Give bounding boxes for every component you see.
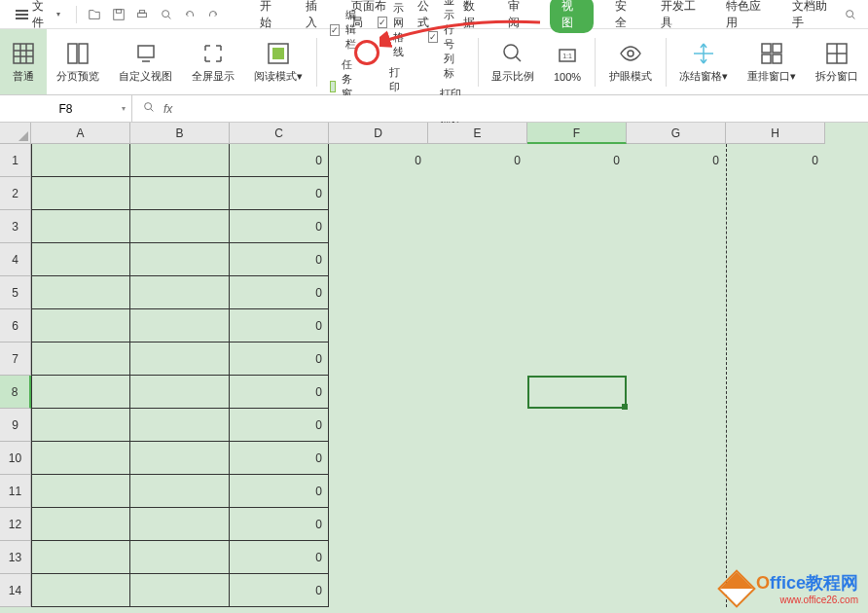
cell-F9[interactable] xyxy=(527,409,627,442)
cell-B10[interactable] xyxy=(130,442,230,475)
cell-F11[interactable] xyxy=(527,475,627,508)
cell-B3[interactable] xyxy=(130,210,230,243)
file-menu[interactable]: 文件 ▾ xyxy=(8,0,68,33)
col-header-C[interactable]: C xyxy=(230,123,329,144)
cell-B12[interactable] xyxy=(130,508,230,541)
cell-G13[interactable] xyxy=(627,541,726,574)
cell-G10[interactable] xyxy=(627,442,726,475)
cell-F6[interactable] xyxy=(527,309,627,343)
cell-F4[interactable] xyxy=(527,243,627,276)
page-break-preview-button[interactable]: 分页预览 xyxy=(47,29,109,94)
eye-care-button[interactable]: 护眼模式 xyxy=(599,29,662,94)
cell-B4[interactable] xyxy=(130,243,230,276)
cell-D1[interactable]: 0 xyxy=(329,144,428,177)
formula-bar-checkbox[interactable]: 编辑栏 xyxy=(330,8,358,52)
cell-D9[interactable] xyxy=(329,409,428,442)
cell-H3[interactable] xyxy=(726,210,825,243)
cell-C11[interactable]: 0 xyxy=(230,475,329,508)
cell-F1[interactable]: 0 xyxy=(527,144,627,177)
cell-F14[interactable] xyxy=(527,574,627,607)
cell-A11[interactable] xyxy=(31,475,130,508)
formula-input[interactable] xyxy=(182,95,868,122)
cell-A10[interactable] xyxy=(31,442,130,475)
undo-icon[interactable] xyxy=(180,4,199,25)
cell-H7[interactable] xyxy=(726,343,825,376)
print-preview-icon[interactable] xyxy=(156,4,175,25)
tab-dev-tools[interactable]: 开发工具 xyxy=(657,0,705,33)
cell-B8[interactable] xyxy=(130,376,230,409)
rearrange-button[interactable]: 重排窗口▾ xyxy=(738,29,806,94)
cell-H6[interactable] xyxy=(726,309,825,343)
cell-E5[interactable] xyxy=(428,276,527,309)
redo-icon[interactable] xyxy=(203,4,223,25)
cell-D5[interactable] xyxy=(329,276,428,309)
cell-C14[interactable]: 0 xyxy=(230,574,329,607)
fx-icon[interactable]: fx xyxy=(163,102,172,116)
cell-B6[interactable] xyxy=(130,309,230,343)
cell-D10[interactable] xyxy=(329,442,428,475)
cell-B5[interactable] xyxy=(130,276,230,309)
tab-doc-helper[interactable]: 文档助手 xyxy=(788,0,837,33)
custom-view-button[interactable]: 自定义视图 xyxy=(109,29,182,94)
cell-C8[interactable]: 0 xyxy=(230,376,329,409)
cell-E3[interactable] xyxy=(428,210,527,243)
cell-G6[interactable] xyxy=(627,309,726,343)
show-gridlines-checkbox[interactable]: 显示网格线 xyxy=(378,0,409,59)
cell-A7[interactable] xyxy=(31,343,130,376)
search-fx-icon[interactable] xyxy=(142,100,156,117)
cell-G1[interactable]: 0 xyxy=(627,144,726,177)
row-header-9[interactable]: 9 xyxy=(0,409,31,442)
search-icon[interactable] xyxy=(841,4,860,25)
cell-A1[interactable] xyxy=(31,144,130,177)
cell-E13[interactable] xyxy=(428,541,527,574)
cell-F2[interactable] xyxy=(527,177,627,210)
cell-G8[interactable] xyxy=(627,376,726,409)
cell-F10[interactable] xyxy=(527,442,627,475)
cell-G14[interactable] xyxy=(627,574,726,607)
tab-security[interactable]: 安全 xyxy=(611,0,639,33)
row-header-7[interactable]: 7 xyxy=(0,343,31,376)
cell-H9[interactable] xyxy=(726,409,825,442)
print-icon[interactable] xyxy=(132,4,152,25)
cell-D3[interactable] xyxy=(329,210,428,243)
zoom-button[interactable]: 显示比例 xyxy=(482,29,544,94)
cell-D12[interactable] xyxy=(329,508,428,541)
split-window-button[interactable]: 拆分窗口 xyxy=(806,29,868,94)
cell-E8[interactable] xyxy=(428,376,527,409)
open-icon[interactable] xyxy=(85,4,104,25)
freeze-panes-button[interactable]: 冻结窗格▾ xyxy=(669,29,738,94)
cell-B1[interactable] xyxy=(130,144,230,177)
cell-H1[interactable]: 0 xyxy=(726,144,825,177)
cell-H10[interactable] xyxy=(726,442,825,475)
cell-B14[interactable] xyxy=(130,574,230,607)
cell-H5[interactable] xyxy=(726,276,825,309)
save-icon[interactable] xyxy=(109,4,128,25)
cell-H4[interactable] xyxy=(726,243,825,276)
cell-C9[interactable]: 0 xyxy=(230,409,329,442)
cell-H2[interactable] xyxy=(726,177,825,210)
name-box[interactable]: ▾ xyxy=(0,95,132,122)
row-header-4[interactable]: 4 xyxy=(0,243,31,276)
cell-B2[interactable] xyxy=(130,177,230,210)
col-header-A[interactable]: A xyxy=(31,123,130,144)
cell-G5[interactable] xyxy=(627,276,726,309)
cell-H12[interactable] xyxy=(726,508,825,541)
cell-G9[interactable] xyxy=(627,409,726,442)
tab-special[interactable]: 特色应用 xyxy=(722,0,771,33)
cell-B13[interactable] xyxy=(130,541,230,574)
cell-C7[interactable]: 0 xyxy=(230,343,329,376)
col-header-E[interactable]: E xyxy=(428,123,527,144)
cell-D8[interactable] xyxy=(329,376,428,409)
cell-D6[interactable] xyxy=(329,309,428,343)
row-header-14[interactable]: 14 xyxy=(0,574,31,607)
cell-G2[interactable] xyxy=(627,177,726,210)
cell-F5[interactable] xyxy=(527,276,627,309)
col-header-F[interactable]: F xyxy=(527,123,627,144)
cell-F8[interactable] xyxy=(527,376,627,409)
cell-F13[interactable] xyxy=(527,541,627,574)
row-header-1[interactable]: 1 xyxy=(0,144,31,177)
row-header-6[interactable]: 6 xyxy=(0,309,31,343)
cell-A2[interactable] xyxy=(31,177,130,210)
cell-C3[interactable]: 0 xyxy=(230,210,329,243)
cell-C5[interactable]: 0 xyxy=(230,276,329,309)
